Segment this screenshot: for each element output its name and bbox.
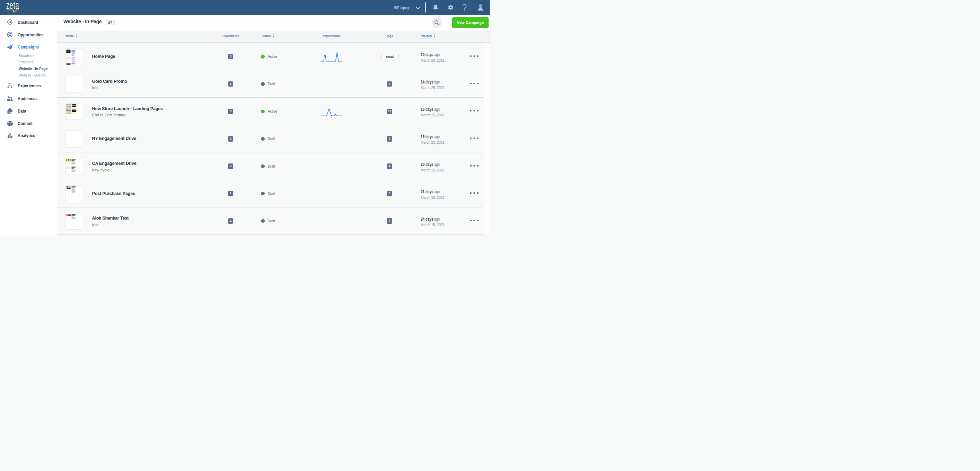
svg-text:zeta: zeta	[6, 0, 19, 11]
